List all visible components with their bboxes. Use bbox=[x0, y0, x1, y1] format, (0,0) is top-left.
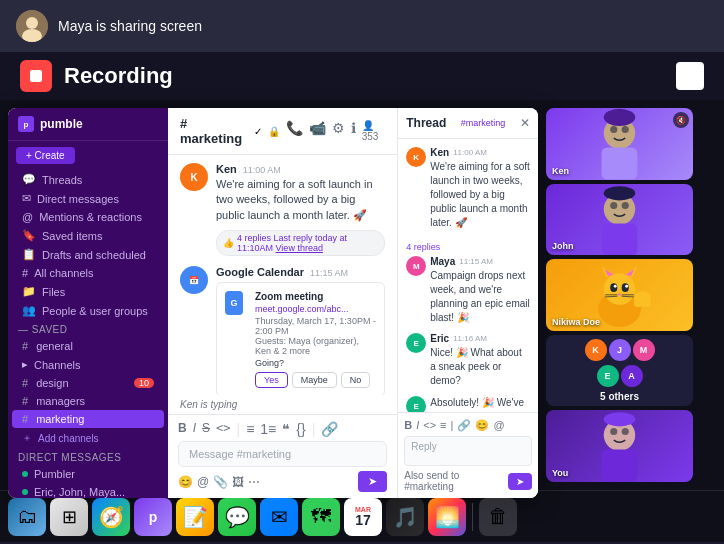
add-channels-btn[interactable]: ＋ Add channels bbox=[12, 428, 164, 448]
ordered-list-icon[interactable]: 1≡ bbox=[260, 421, 276, 437]
tmsg-avatar-eric2: E bbox=[406, 396, 426, 412]
rsvp-buttons: Yes Maybe No bbox=[255, 372, 376, 388]
no-btn[interactable]: No bbox=[341, 372, 371, 388]
msg-avatar-ken: K bbox=[180, 163, 208, 191]
thread-at-icon[interactable]: @ bbox=[493, 419, 504, 432]
dock-maps[interactable]: 🗺 bbox=[302, 498, 340, 536]
threads-icon: 💬 bbox=[22, 173, 36, 186]
dock-messages[interactable]: 💬 bbox=[218, 498, 256, 536]
thread-bold-icon[interactable]: B bbox=[404, 419, 412, 432]
dock-mail[interactable]: ✉ bbox=[260, 498, 298, 536]
thread-msg-eric2: E Absolutely! 🎉 We've got a live demo we… bbox=[406, 396, 530, 412]
code-block-icon[interactable]: {} bbox=[296, 421, 305, 437]
svg-point-29 bbox=[634, 300, 643, 307]
dock-calendar[interactable]: MAR 17 bbox=[344, 498, 382, 536]
sidebar-item-files[interactable]: 📁 Files bbox=[12, 282, 164, 301]
settings-icon[interactable]: ⚙ bbox=[332, 120, 345, 142]
maybe-btn[interactable]: Maybe bbox=[292, 372, 337, 388]
members-icon[interactable]: 👤 353 bbox=[362, 120, 386, 142]
sidebar-channel-design[interactable]: # design 10 bbox=[12, 374, 164, 392]
reaction-ken[interactable]: 👍 4 replies Last reply today at 11:10AM … bbox=[216, 230, 385, 256]
thread-link-icon[interactable]: 🔗 bbox=[457, 419, 471, 432]
sidebar-channels-header[interactable]: ▸ Channels bbox=[12, 355, 164, 374]
attachment-icon[interactable]: 📎 bbox=[213, 475, 228, 489]
svg-point-11 bbox=[622, 201, 629, 208]
thread-send-button[interactable]: ➤ bbox=[508, 473, 532, 490]
at-icon[interactable]: @ bbox=[197, 475, 209, 489]
msg-time-cal: 11:15 AM bbox=[310, 268, 348, 278]
sidebar-item-mentions[interactable]: @ Mentions & reactions bbox=[12, 208, 164, 226]
sidebar-item-drafts[interactable]: 📋 Drafts and scheduled bbox=[12, 245, 164, 264]
emoji-icon[interactable]: 😊 bbox=[178, 475, 193, 489]
link-icon[interactable]: 🔗 bbox=[321, 421, 338, 437]
cal-link[interactable]: meet.google.com/abc... bbox=[255, 304, 376, 314]
dock-pumble[interactable]: p bbox=[134, 498, 172, 536]
separator1: | bbox=[236, 421, 240, 437]
create-button[interactable]: + Create bbox=[16, 147, 75, 164]
thread-input: B I <> ≡ | 🔗 😊 @ Reply Also send to #mar… bbox=[398, 412, 538, 498]
calendar-card: G Zoom meeting meet.google.com/abc... Th… bbox=[216, 282, 385, 395]
phone-icon[interactable]: 📞 bbox=[286, 120, 303, 142]
sidebar-item-saved[interactable]: 🔖 Saved items bbox=[12, 226, 164, 245]
sidebar-dm-pumbler[interactable]: Pumbler bbox=[12, 465, 164, 483]
tmsg-text-maya: Campaign drops next week, and we're plan… bbox=[430, 269, 530, 325]
more-icon[interactable]: ⋯ bbox=[248, 475, 260, 489]
bold-icon[interactable]: B bbox=[178, 421, 187, 437]
thread-italic-icon[interactable]: I bbox=[416, 419, 419, 432]
blockquote-icon[interactable]: ❝ bbox=[282, 421, 290, 437]
dock-notes[interactable]: 📝 bbox=[176, 498, 214, 536]
msg-name-cal: Google Calendar bbox=[216, 266, 304, 278]
code-icon[interactable]: <> bbox=[216, 421, 230, 437]
list-icon[interactable]: ≡ bbox=[246, 421, 254, 437]
sidebar-item-allchannels[interactable]: # All channels bbox=[12, 264, 164, 282]
thread-close-icon[interactable]: ✕ bbox=[520, 116, 530, 130]
sidebar-dm-group[interactable]: Eric, John, Maya... bbox=[12, 483, 164, 498]
sidebar-channel-managers[interactable]: # managers bbox=[12, 392, 164, 410]
others-avatars2: E A bbox=[597, 365, 643, 387]
dock-music[interactable]: 🎵 bbox=[386, 498, 424, 536]
thread-reply-input[interactable]: Reply bbox=[404, 436, 532, 466]
thread-code-icon[interactable]: <> bbox=[423, 419, 436, 432]
video-tile-others: K J M E A 5 others bbox=[546, 335, 693, 407]
image-icon[interactable]: 🖼 bbox=[232, 475, 244, 489]
lock-icon: 🔒 bbox=[268, 126, 280, 137]
dock-launchpad[interactable]: ⊞ bbox=[50, 498, 88, 536]
tmsg-row-ken: K Ken 11:00 AM We're aiming for a soft l… bbox=[406, 147, 530, 230]
plus-icon: ＋ bbox=[22, 431, 32, 445]
tmsg-header-ken: Ken 11:00 AM bbox=[430, 147, 530, 158]
dock-photos[interactable]: 🌅 bbox=[428, 498, 466, 536]
strikethrough-icon[interactable]: S bbox=[202, 421, 210, 437]
send-button[interactable]: ➤ bbox=[358, 471, 387, 492]
channels-label: — Saved bbox=[8, 320, 168, 337]
thread-separator: | bbox=[451, 419, 454, 432]
thread-list-icon[interactable]: ≡ bbox=[440, 419, 446, 432]
thread-bottom-actions: Also send to #marketing ➤ bbox=[404, 470, 532, 492]
stop-button[interactable] bbox=[676, 62, 704, 90]
sidebar-item-people[interactable]: 👥 People & user groups bbox=[12, 301, 164, 320]
svg-point-12 bbox=[604, 186, 636, 200]
svg-point-14 bbox=[604, 274, 636, 306]
yes-btn[interactable]: Yes bbox=[255, 372, 288, 388]
tmsg-name-ken: Ken bbox=[430, 147, 449, 158]
design-badge: 10 bbox=[134, 378, 154, 388]
dock-trash[interactable]: 🗑 bbox=[479, 498, 517, 536]
sidebar-item-threads[interactable]: 💬 Threads bbox=[12, 170, 164, 189]
saved-icon: 🔖 bbox=[22, 229, 36, 242]
thread-reply-placeholder: Reply bbox=[411, 441, 437, 452]
video-icon[interactable]: 📹 bbox=[309, 120, 326, 142]
reply-count: 4 replies bbox=[406, 238, 530, 256]
info-icon[interactable]: ℹ bbox=[351, 120, 356, 142]
italic-icon[interactable]: I bbox=[193, 421, 196, 437]
sidebar-channel-general[interactable]: # general bbox=[12, 337, 164, 355]
tmsg-row-maya: M Maya 11:15 AM Campaign drops next week… bbox=[406, 256, 530, 325]
sidebar-channel-marketing[interactable]: # marketing bbox=[12, 410, 164, 428]
other-av5: A bbox=[621, 365, 643, 387]
others-avatars: K J M bbox=[585, 339, 655, 361]
thread-emoji-icon[interactable]: 😊 bbox=[475, 419, 489, 432]
msg-time-ken: 11:00 AM bbox=[243, 165, 281, 175]
sidebar-item-dm[interactable]: ✉ Direct messages bbox=[12, 189, 164, 208]
dock-safari[interactable]: 🧭 bbox=[92, 498, 130, 536]
message-input[interactable]: Message #marketing bbox=[178, 441, 387, 467]
msg-content-cal: Google Calendar 11:15 AM G Zoom meeting … bbox=[216, 266, 385, 395]
dock-finder[interactable]: 🗂 bbox=[8, 498, 46, 536]
